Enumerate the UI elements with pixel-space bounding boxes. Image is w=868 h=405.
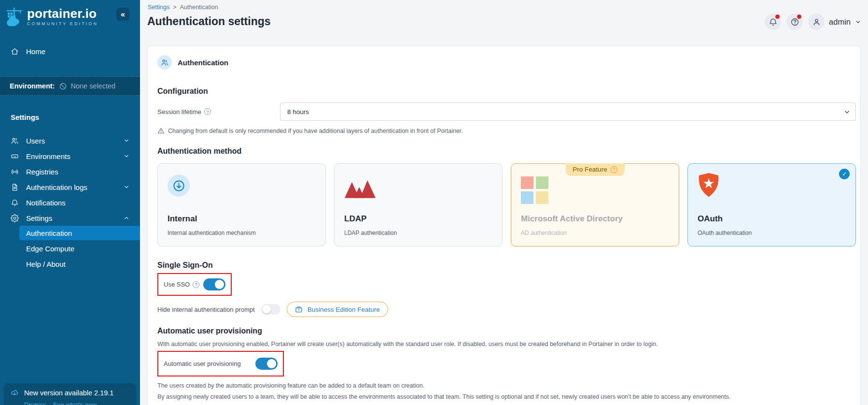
sidebar-item-notifications[interactable]: Notifications <box>0 195 140 210</box>
card-title: Microsoft Active Directory <box>521 214 623 224</box>
business-edition-label: Business Edition Feature <box>308 306 380 313</box>
hide-prompt-toggle[interactable] <box>261 304 280 315</box>
internal-auth-icon <box>168 174 190 197</box>
sidebar-subitem-authentication[interactable]: Authentication <box>19 226 140 240</box>
provisioning-description: With automatic user provisioning enabled… <box>157 341 856 347</box>
sidebar-item-label: Authentication logs <box>26 183 87 191</box>
version-message: New version available 2.19.1 <box>24 389 113 397</box>
home-icon <box>11 47 19 56</box>
breadcrumb-settings-link[interactable]: Settings <box>148 4 169 11</box>
page-title: Authentication settings <box>147 15 271 28</box>
chevron-down-icon <box>124 184 129 190</box>
hide-prompt-row: Hide internal authentication prompt Busi… <box>157 302 856 317</box>
notifications-button[interactable] <box>765 14 781 30</box>
selected-check-icon <box>839 169 850 179</box>
help-dot <box>797 14 801 19</box>
environment-label: Environment: <box>10 82 55 90</box>
provisioning-note-assign: By assigning newly created users to a te… <box>157 393 856 400</box>
sidebar-item-home[interactable]: Home <box>0 43 140 59</box>
session-warning: Changing from default is only recommende… <box>157 127 856 134</box>
card-subtitle: OAuth authentication <box>698 230 752 236</box>
session-lifetime-select[interactable]: 8 hours <box>280 102 856 121</box>
sidebar-section-settings: Settings <box>0 113 140 121</box>
environments-icon <box>11 152 19 160</box>
warning-triangle-icon <box>157 127 165 134</box>
help-tooltip-icon[interactable] <box>611 166 617 173</box>
session-lifetime-value: 8 hours <box>287 108 309 116</box>
notification-dot <box>775 14 780 19</box>
sidebar-item-registries[interactable]: Registries <box>0 164 140 179</box>
sidebar-collapse-button[interactable]: « <box>116 8 129 21</box>
users-icon <box>11 137 19 145</box>
provisioning-heading: Automatic user provisioning <box>157 327 856 335</box>
pro-feature-badge: Pro Feature <box>565 163 624 176</box>
gear-icon <box>11 214 19 222</box>
chevron-down-icon <box>124 138 129 144</box>
annotation-box-auto-provisioning: Automatic user provisioning <box>157 351 284 376</box>
card-title: OAuth <box>698 214 723 224</box>
authentication-panel: Authentication Configuration Session lif… <box>147 46 861 405</box>
sidebar-item-label: Help / About <box>26 260 66 268</box>
sidebar-item-label: Edge Compute <box>26 245 74 253</box>
card-ldap[interactable]: LDAP LDAP authentication <box>334 163 503 246</box>
card-subtitle: Internal authentication mechanism <box>168 230 256 236</box>
whats-new-link[interactable]: See what's new <box>53 401 97 405</box>
user-menu[interactable]: admin <box>808 14 861 30</box>
users-icon <box>157 55 172 70</box>
cloud-download-icon <box>11 389 19 397</box>
warning-text: Changing from default is only recommende… <box>168 128 463 134</box>
registries-icon <box>11 168 19 176</box>
sidebar-item-label: Notifications <box>26 199 66 207</box>
card-microsoft-ad[interactable]: Pro Feature Microsoft Active Directory A… <box>511 163 679 246</box>
help-tooltip-icon[interactable] <box>193 281 199 288</box>
microsoft-logo-icon <box>521 176 548 204</box>
hide-prompt-label: Hide internal authentication prompt <box>157 306 255 313</box>
sidebar-item-label: Users <box>26 137 45 145</box>
user-icon <box>812 17 821 27</box>
card-oauth[interactable]: OAuth OAuth authentication <box>687 163 856 246</box>
session-lifetime-label: Session lifetime <box>157 108 201 116</box>
business-edition-pill[interactable]: Business Edition Feature <box>287 302 388 317</box>
chevron-down-icon <box>844 109 850 115</box>
file-text-icon <box>11 183 19 191</box>
card-internal[interactable]: Internal Internal authentication mechani… <box>157 163 326 246</box>
sidebar: portainer.io COMMUNITY EDITION « Home En… <box>0 0 140 405</box>
chevron-down-icon <box>124 153 129 159</box>
use-sso-toggle[interactable] <box>203 278 225 290</box>
briefcase-icon <box>295 305 303 313</box>
help-button[interactable] <box>786 14 803 30</box>
ldap-logo-icon <box>344 177 376 199</box>
sidebar-item-settings[interactable]: Settings <box>0 210 140 226</box>
sidebar-subitem-help-about[interactable]: Help / About <box>0 257 140 271</box>
help-tooltip-icon[interactable] <box>204 108 211 115</box>
header-actions: admin <box>765 14 861 30</box>
card-subtitle: LDAP authentication <box>344 230 397 236</box>
main-area: SettingsAuthentication Authentication se… <box>140 0 868 405</box>
widget-header: Authentication <box>157 55 856 70</box>
sidebar-item-label: Registries <box>26 168 58 176</box>
sidebar-item-users[interactable]: Users <box>0 133 140 148</box>
logo: portainer.io COMMUNITY EDITION « <box>0 0 140 30</box>
auto-provisioning-toggle[interactable] <box>255 358 278 370</box>
use-sso-label: Use SSO <box>164 281 190 288</box>
card-title: Internal <box>168 214 197 224</box>
breadcrumb: SettingsAuthentication <box>148 4 218 11</box>
sso-heading: Single Sign-On <box>157 261 856 270</box>
provisioning-note-team: The users created by the automatic provi… <box>157 382 856 389</box>
version-banner: New version available 2.19.1 Dismiss See… <box>4 383 136 405</box>
sidebar-item-label: Environments <box>26 152 70 160</box>
widget-title: Authentication <box>178 58 228 67</box>
chevron-down-icon <box>855 19 861 25</box>
annotation-box-use-sso: Use SSO <box>157 273 232 296</box>
portainer-logo-icon <box>5 7 24 27</box>
pro-feature-label: Pro Feature <box>573 166 607 173</box>
sidebar-item-environments[interactable]: Environments <box>0 148 140 164</box>
auth-method-heading: Authentication method <box>157 147 856 156</box>
sidebar-subitem-edge-compute[interactable]: Edge Compute <box>0 241 140 256</box>
sidebar-item-authentication-logs[interactable]: Authentication logs <box>0 179 140 195</box>
user-avatar <box>808 14 825 30</box>
dismiss-link[interactable]: Dismiss <box>24 401 46 405</box>
sidebar-item-label: Settings <box>26 214 52 222</box>
environment-bar: Environment: None selected <box>0 76 140 96</box>
session-lifetime-row: Session lifetime 8 hours <box>157 102 856 121</box>
